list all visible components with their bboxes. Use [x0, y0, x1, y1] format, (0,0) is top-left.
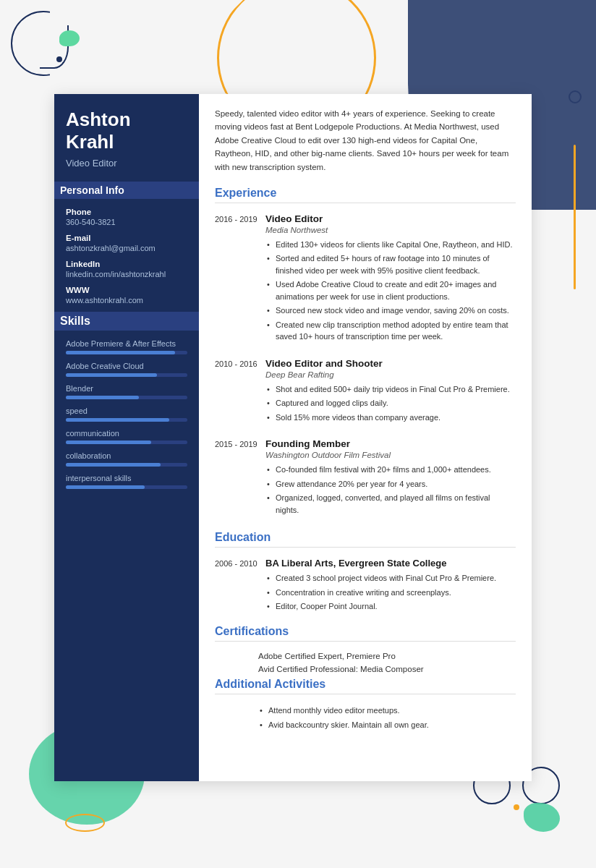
- email-label: E-mail: [66, 234, 187, 242]
- edu-bullet: Concentration in creative writing and sc…: [265, 587, 516, 599]
- skill-bar-bg: [66, 351, 187, 354]
- exp-company: Media Northwest: [265, 226, 516, 234]
- skill-bar-fill: [66, 373, 157, 377]
- experience-item: 2010 - 2016Video Editor and ShooterDeep …: [215, 358, 516, 426]
- edu-bullets: Created 3 school project videos with Fin…: [265, 572, 516, 613]
- exp-dates: 2010 - 2016: [215, 358, 265, 426]
- skill-name: interpersonal skills: [66, 474, 187, 482]
- experience-list: 2016 - 2019Video EditorMedia NorthwestEd…: [215, 213, 516, 519]
- experience-section-title: Experience: [215, 187, 516, 203]
- certifications-section-title: Certifications: [215, 625, 516, 642]
- exp-bullet: Captured and logged clips daily.: [265, 397, 516, 409]
- exp-dates: 2015 - 2019: [215, 438, 265, 518]
- skill-bar-bg: [66, 441, 187, 444]
- exp-bullets: Edited 130+ videos for clients like Capi…: [265, 239, 516, 343]
- exp-dates: 2016 - 2019: [215, 213, 265, 345]
- person-title: Video Editor: [66, 158, 187, 169]
- summary-text: Speedy, talented video editor with 4+ ye…: [215, 107, 516, 174]
- linkedin-label: LinkedIn: [66, 260, 187, 268]
- exp-bullet: Shot and edited 500+ daily trip videos i…: [265, 383, 516, 396]
- skill-bar-fill: [66, 463, 161, 467]
- exp-bullet: Sourced new stock video and image vendor…: [265, 305, 516, 317]
- phone-label: Phone: [66, 208, 187, 216]
- skill-bar-fill: [66, 351, 175, 354]
- edu-details: BA Liberal Arts, Evergreen State College…: [265, 558, 516, 615]
- edu-bullet: Created 3 school project videos with Fin…: [265, 572, 516, 584]
- skill-name: Adobe Premiere & After Effects: [66, 339, 187, 348]
- www-label: WWW: [66, 286, 187, 294]
- exp-bullet: Edited 130+ videos for clients like Capi…: [265, 239, 516, 251]
- exp-bullet: Co-founded film festival with 20+ films …: [265, 464, 516, 476]
- skill-name: Adobe Creative Cloud: [66, 362, 187, 370]
- edu-bullet: Editor, Cooper Point Journal.: [265, 600, 516, 613]
- exp-job-title: Founding Member: [265, 438, 516, 449]
- skill-bar-fill: [66, 441, 151, 444]
- additional-list: Attend monthly video editor meetups.Avid…: [258, 705, 516, 731]
- skills-title: Skills: [54, 312, 199, 331]
- skill-name: Blender: [66, 384, 187, 393]
- skill-name: speed: [66, 407, 187, 415]
- skill-bar-fill: [66, 418, 169, 422]
- email-value: ashtonzkrahl@gmail.com: [66, 244, 187, 252]
- edu-degree: BA Liberal Arts, Evergreen State College: [265, 558, 516, 569]
- certifications-list: Adobe Certified Expert, Premiere ProAvid…: [215, 652, 516, 673]
- resume: Ashton Krahl Video Editor Personal Info …: [54, 94, 532, 781]
- skill-name: collaboration: [66, 451, 187, 460]
- exp-details: Founding MemberWashington Outdoor Film F…: [265, 438, 516, 518]
- exp-bullet: Grew attendance 20% per year for 4 years…: [265, 478, 516, 490]
- edu-dates: 2006 - 2010: [215, 558, 265, 615]
- exp-bullets: Shot and edited 500+ daily trip videos i…: [265, 383, 516, 424]
- deco-dot: [56, 56, 62, 62]
- exp-details: Video Editor and ShooterDeep Bear Raftin…: [265, 358, 516, 426]
- exp-job-title: Video Editor: [265, 213, 516, 224]
- deco-orange-line-right: [574, 145, 576, 289]
- cert-item: Adobe Certified Expert, Premiere Pro: [258, 652, 516, 660]
- deco-bottom-left-oval: [65, 814, 105, 832]
- experience-item: 2015 - 2019Founding MemberWashington Out…: [215, 438, 516, 518]
- person-name: Ashton Krahl: [66, 109, 187, 153]
- personal-info-title: Personal Info: [54, 182, 199, 199]
- exp-details: Video EditorMedia NorthwestEdited 130+ v…: [265, 213, 516, 345]
- main-content: Speedy, talented video editor with 4+ ye…: [199, 94, 532, 781]
- exp-bullet: Sold 15% more videos than company averag…: [265, 412, 516, 424]
- skill-bar-fill: [66, 485, 145, 489]
- deco-bottom-right-teal: [524, 803, 560, 832]
- exp-bullet: Sorted and edited 5+ hours of raw footag…: [265, 252, 516, 276]
- www-value: www.ashtonkrahl.com: [66, 296, 187, 305]
- skill-bar-fill: [66, 396, 139, 399]
- skill-bar-bg: [66, 485, 187, 489]
- skill-name: communication: [66, 429, 187, 438]
- skill-bar-bg: [66, 418, 187, 422]
- exp-company: Deep Bear Rafting: [265, 370, 516, 379]
- exp-bullets: Co-founded film festival with 20+ films …: [265, 464, 516, 516]
- deco-green-blob: [59, 30, 80, 46]
- additional-item: Avid backcountry skier. Maintain all own…: [258, 719, 516, 731]
- skill-bar-bg: [66, 373, 187, 377]
- additional-section-title: Additional Activities: [215, 678, 516, 694]
- skills-list: Adobe Premiere & After EffectsAdobe Crea…: [66, 339, 187, 489]
- skill-bar-bg: [66, 463, 187, 467]
- education-item: 2006 - 2010BA Liberal Arts, Evergreen St…: [215, 558, 516, 615]
- experience-item: 2016 - 2019Video EditorMedia NorthwestEd…: [215, 213, 516, 345]
- additional-item: Attend monthly video editor meetups.: [258, 705, 516, 717]
- skill-bar-bg: [66, 396, 187, 399]
- education-section-title: Education: [215, 531, 516, 548]
- exp-bullet: Created new clip transcription method ad…: [265, 319, 516, 343]
- linkedin-value: linkedin.com/in/ashtonzkrahl: [66, 270, 187, 278]
- exp-bullet: Used Adobe Creative Cloud to create and …: [265, 278, 516, 302]
- exp-bullet: Organized, logged, converted, and played…: [265, 492, 516, 516]
- sidebar: Ashton Krahl Video Editor Personal Info …: [54, 94, 199, 781]
- cert-item: Avid Certified Professional: Media Compo…: [258, 665, 516, 673]
- exp-job-title: Video Editor and Shooter: [265, 358, 516, 369]
- exp-company: Washington Outdoor Film Festival: [265, 451, 516, 459]
- education-list: 2006 - 2010BA Liberal Arts, Evergreen St…: [215, 558, 516, 615]
- goggle-dot: [514, 804, 519, 810]
- deco-small-circle-right: [569, 90, 582, 103]
- phone-value: 360-540-3821: [66, 218, 187, 226]
